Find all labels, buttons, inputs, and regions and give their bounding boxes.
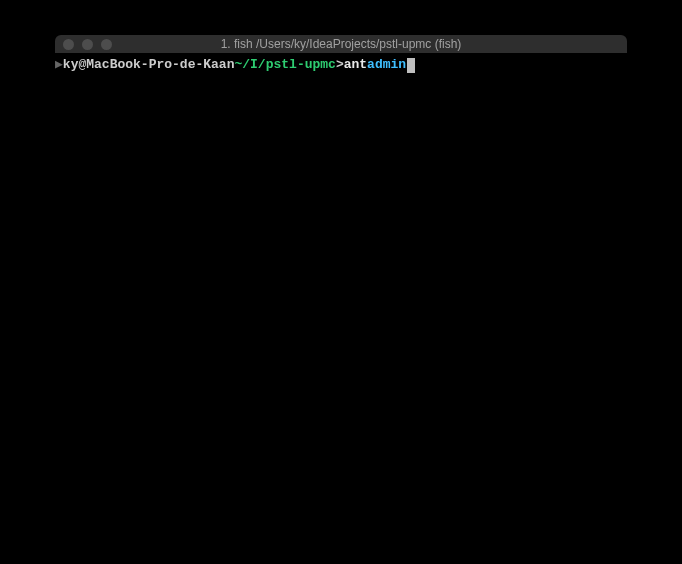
prompt-symbol: > bbox=[336, 57, 344, 73]
prompt-user-host: ky@MacBook-Pro-de-Kaan bbox=[63, 57, 235, 73]
titlebar: 1. fish /Users/ky/IdeaProjects/pstl-upmc… bbox=[55, 35, 627, 53]
terminal-window: 1. fish /Users/ky/IdeaProjects/pstl-upmc… bbox=[55, 35, 627, 73]
maximize-icon[interactable] bbox=[101, 39, 112, 50]
terminal-body[interactable]: ▶ky@MacBook-Pro-de-Kaan ~/I/pstl-upmc> a… bbox=[55, 53, 627, 73]
close-icon[interactable] bbox=[63, 39, 74, 50]
prompt-line: ▶ky@MacBook-Pro-de-Kaan ~/I/pstl-upmc> a… bbox=[55, 57, 627, 73]
command-arg: admin bbox=[367, 57, 406, 73]
prompt-path: ~/I/pstl-upmc bbox=[234, 57, 335, 73]
command-text: ant bbox=[344, 57, 367, 73]
minimize-icon[interactable] bbox=[82, 39, 93, 50]
window-controls bbox=[63, 39, 112, 50]
prompt-arrow-icon: ▶ bbox=[55, 57, 63, 73]
window-title: 1. fish /Users/ky/IdeaProjects/pstl-upmc… bbox=[55, 37, 627, 51]
cursor bbox=[407, 58, 415, 73]
